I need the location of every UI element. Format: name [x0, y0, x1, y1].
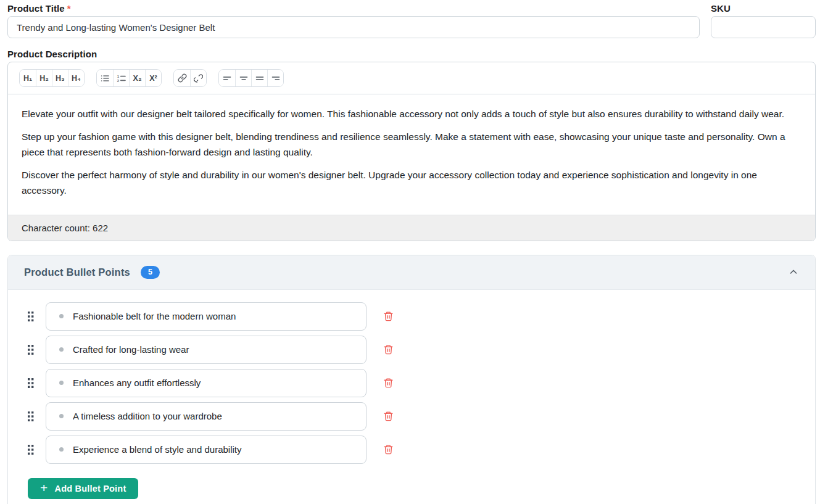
bullet-point-box — [46, 436, 367, 464]
bullet-count-badge: 5 — [141, 266, 160, 279]
bullet-point-input[interactable] — [73, 444, 357, 455]
delete-bullet-button[interactable] — [382, 442, 395, 456]
ordered-list-button[interactable]: 1 2 — [113, 70, 129, 86]
character-count-label: Character count: — [22, 223, 90, 233]
bullet-point-box — [46, 336, 367, 364]
trash-icon — [383, 310, 394, 322]
subscript-button[interactable]: X₂ — [129, 70, 145, 86]
list-script-button-group: 1 2 X₂ X² — [96, 69, 162, 87]
description-editor: H₁ H₂ H₃ H₄ — [7, 62, 816, 241]
align-right-button[interactable] — [267, 70, 283, 86]
character-count-value: 622 — [93, 223, 108, 233]
plus-icon: + — [40, 481, 48, 494]
title-sku-row: Product Title* SKU — [7, 3, 816, 38]
heading-4-button[interactable]: H₄ — [68, 70, 84, 86]
bullet-dot-icon — [59, 314, 64, 318]
bullet-points-body: + Add Bullet Point — [8, 290, 815, 504]
unordered-list-button[interactable] — [97, 70, 113, 86]
trash-icon — [383, 410, 394, 422]
product-title-label-text: Product Title — [7, 3, 65, 14]
product-title-input[interactable] — [7, 16, 700, 38]
heading-button-group: H₁ H₂ H₃ H₄ — [19, 69, 85, 87]
product-title-label: Product Title* — [7, 3, 700, 14]
editor-toolbar: H₁ H₂ H₃ H₄ — [8, 62, 815, 94]
bullet-point-input[interactable] — [73, 378, 357, 388]
align-left-button[interactable] — [219, 70, 235, 86]
drag-handle-icon[interactable] — [27, 344, 36, 356]
product-title-field: Product Title* — [7, 3, 700, 38]
delete-bullet-button[interactable] — [382, 409, 395, 423]
bullet-dot-icon — [59, 414, 64, 418]
trash-icon — [383, 377, 394, 389]
align-center-button[interactable] — [235, 70, 251, 86]
product-description-label: Product Description — [7, 49, 816, 59]
delete-bullet-button[interactable] — [382, 309, 395, 323]
align-left-icon — [222, 73, 232, 83]
drag-handle-icon[interactable] — [27, 410, 36, 423]
superscript-button[interactable]: X² — [145, 70, 161, 86]
heading-2-button[interactable]: H₂ — [36, 70, 52, 86]
bullet-point-row — [22, 336, 815, 364]
chevron-up-icon[interactable] — [788, 266, 799, 278]
bullet-point-box — [46, 402, 367, 431]
trash-icon — [383, 344, 394, 355]
drag-handle-icon[interactable] — [27, 377, 36, 389]
add-bullet-point-label: Add Bullet Point — [54, 484, 126, 494]
description-paragraph: Step up your fashion game with this desi… — [22, 129, 801, 160]
align-justify-icon — [255, 73, 265, 83]
description-paragraph: Elevate your outfit with our designer be… — [22, 106, 801, 122]
description-editor-content[interactable]: Elevate your outfit with our designer be… — [8, 94, 815, 215]
svg-text:2: 2 — [117, 79, 119, 83]
character-count-bar: Character count: 622 — [8, 215, 815, 241]
bullet-points-card: Product Bullet Points 5 — [7, 255, 816, 504]
bullet-point-input[interactable] — [73, 411, 357, 421]
bullet-point-box — [46, 302, 367, 331]
link-button-group — [173, 69, 207, 87]
heading-3-button[interactable]: H₃ — [52, 70, 68, 86]
product-edit-page: Product Title* SKU Product Description H… — [0, 0, 820, 504]
bullet-point-input[interactable] — [73, 344, 357, 355]
bullet-point-box — [46, 369, 367, 397]
delete-bullet-button[interactable] — [382, 342, 395, 357]
align-right-icon — [271, 73, 281, 83]
bullet-points-header[interactable]: Product Bullet Points 5 — [8, 255, 815, 290]
bullet-dot-icon — [59, 347, 64, 352]
link-button[interactable] — [174, 70, 190, 86]
align-center-icon — [239, 73, 249, 83]
unlink-button[interactable] — [190, 70, 206, 86]
add-bullet-point-button[interactable]: + Add Bullet Point — [28, 478, 138, 499]
unlink-icon — [194, 73, 203, 83]
bullet-point-row — [22, 302, 815, 331]
bullet-dot-icon — [59, 447, 64, 452]
bullet-point-row — [22, 402, 815, 431]
link-icon — [178, 73, 187, 83]
bullet-dot-icon — [59, 381, 64, 385]
trash-icon — [383, 444, 394, 455]
svg-text:1: 1 — [117, 74, 119, 78]
delete-bullet-button[interactable] — [382, 376, 395, 390]
ordered-list-icon: 1 2 — [117, 73, 126, 83]
alignment-button-group — [218, 69, 284, 87]
sku-label: SKU — [711, 3, 816, 14]
drag-handle-icon[interactable] — [27, 444, 36, 456]
bullet-point-input[interactable] — [73, 311, 357, 321]
align-justify-button[interactable] — [251, 70, 267, 86]
heading-1-button[interactable]: H₁ — [20, 70, 36, 86]
bullet-point-row — [22, 436, 815, 464]
bullet-point-row — [22, 369, 815, 397]
sku-field: SKU — [711, 3, 816, 38]
sku-input[interactable] — [711, 16, 816, 38]
unordered-list-icon — [100, 73, 110, 83]
required-asterisk: * — [67, 3, 71, 14]
bullet-points-title: Product Bullet Points — [24, 266, 130, 278]
drag-handle-icon[interactable] — [27, 310, 36, 323]
description-paragraph: Discover the perfect harmony of style an… — [22, 167, 801, 198]
